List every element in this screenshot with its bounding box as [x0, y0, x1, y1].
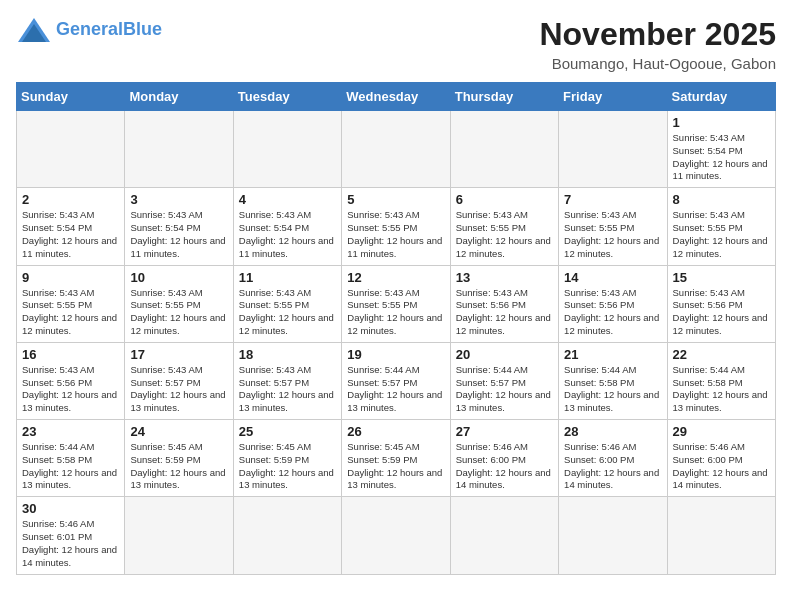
- day-cell: 16Sunrise: 5:43 AMSunset: 5:56 PMDayligh…: [17, 342, 125, 419]
- day-info: Sunrise: 5:43 AMSunset: 5:55 PMDaylight:…: [347, 209, 444, 260]
- day-cell: [559, 497, 667, 574]
- day-info: Sunrise: 5:46 AMSunset: 6:00 PMDaylight:…: [564, 441, 661, 492]
- day-number: 10: [130, 270, 227, 285]
- day-cell: 5Sunrise: 5:43 AMSunset: 5:55 PMDaylight…: [342, 188, 450, 265]
- day-number: 5: [347, 192, 444, 207]
- day-info: Sunrise: 5:45 AMSunset: 5:59 PMDaylight:…: [347, 441, 444, 492]
- week-row-3: 9Sunrise: 5:43 AMSunset: 5:55 PMDaylight…: [17, 265, 776, 342]
- day-cell: 17Sunrise: 5:43 AMSunset: 5:57 PMDayligh…: [125, 342, 233, 419]
- day-cell: 15Sunrise: 5:43 AMSunset: 5:56 PMDayligh…: [667, 265, 775, 342]
- day-number: 29: [673, 424, 770, 439]
- day-cell: 18Sunrise: 5:43 AMSunset: 5:57 PMDayligh…: [233, 342, 341, 419]
- logo-text: GeneralBlue: [56, 20, 162, 40]
- day-info: Sunrise: 5:45 AMSunset: 5:59 PMDaylight:…: [239, 441, 336, 492]
- day-info: Sunrise: 5:43 AMSunset: 5:56 PMDaylight:…: [564, 287, 661, 338]
- day-cell: 2Sunrise: 5:43 AMSunset: 5:54 PMDaylight…: [17, 188, 125, 265]
- day-cell: [17, 111, 125, 188]
- weekday-header-sunday: Sunday: [17, 83, 125, 111]
- day-info: Sunrise: 5:43 AMSunset: 5:54 PMDaylight:…: [22, 209, 119, 260]
- day-number: 12: [347, 270, 444, 285]
- day-info: Sunrise: 5:44 AMSunset: 5:58 PMDaylight:…: [673, 364, 770, 415]
- logo-general: General: [56, 19, 123, 39]
- month-title: November 2025: [539, 16, 776, 53]
- week-row-2: 2Sunrise: 5:43 AMSunset: 5:54 PMDaylight…: [17, 188, 776, 265]
- day-info: Sunrise: 5:46 AMSunset: 6:00 PMDaylight:…: [456, 441, 553, 492]
- day-number: 16: [22, 347, 119, 362]
- day-number: 6: [456, 192, 553, 207]
- day-number: 26: [347, 424, 444, 439]
- day-number: 25: [239, 424, 336, 439]
- day-cell: 20Sunrise: 5:44 AMSunset: 5:57 PMDayligh…: [450, 342, 558, 419]
- week-row-1: 1Sunrise: 5:43 AMSunset: 5:54 PMDaylight…: [17, 111, 776, 188]
- day-cell: [233, 497, 341, 574]
- weekday-header-monday: Monday: [125, 83, 233, 111]
- day-info: Sunrise: 5:43 AMSunset: 5:55 PMDaylight:…: [347, 287, 444, 338]
- day-cell: 25Sunrise: 5:45 AMSunset: 5:59 PMDayligh…: [233, 420, 341, 497]
- day-info: Sunrise: 5:44 AMSunset: 5:58 PMDaylight:…: [564, 364, 661, 415]
- day-number: 24: [130, 424, 227, 439]
- day-cell: 29Sunrise: 5:46 AMSunset: 6:00 PMDayligh…: [667, 420, 775, 497]
- day-number: 20: [456, 347, 553, 362]
- day-cell: [342, 111, 450, 188]
- day-cell: [450, 111, 558, 188]
- weekday-header-saturday: Saturday: [667, 83, 775, 111]
- day-cell: 22Sunrise: 5:44 AMSunset: 5:58 PMDayligh…: [667, 342, 775, 419]
- day-number: 23: [22, 424, 119, 439]
- day-cell: 23Sunrise: 5:44 AMSunset: 5:58 PMDayligh…: [17, 420, 125, 497]
- day-number: 27: [456, 424, 553, 439]
- day-number: 14: [564, 270, 661, 285]
- title-block: November 2025 Boumango, Haut-Ogooue, Gab…: [539, 16, 776, 72]
- week-row-5: 23Sunrise: 5:44 AMSunset: 5:58 PMDayligh…: [17, 420, 776, 497]
- day-number: 21: [564, 347, 661, 362]
- day-number: 8: [673, 192, 770, 207]
- day-info: Sunrise: 5:43 AMSunset: 5:55 PMDaylight:…: [22, 287, 119, 338]
- day-info: Sunrise: 5:43 AMSunset: 5:54 PMDaylight:…: [673, 132, 770, 183]
- day-number: 18: [239, 347, 336, 362]
- day-cell: 28Sunrise: 5:46 AMSunset: 6:00 PMDayligh…: [559, 420, 667, 497]
- day-cell: 30Sunrise: 5:46 AMSunset: 6:01 PMDayligh…: [17, 497, 125, 574]
- day-cell: [125, 111, 233, 188]
- weekday-header-thursday: Thursday: [450, 83, 558, 111]
- day-cell: 14Sunrise: 5:43 AMSunset: 5:56 PMDayligh…: [559, 265, 667, 342]
- day-number: 17: [130, 347, 227, 362]
- day-cell: 27Sunrise: 5:46 AMSunset: 6:00 PMDayligh…: [450, 420, 558, 497]
- day-number: 11: [239, 270, 336, 285]
- day-info: Sunrise: 5:44 AMSunset: 5:57 PMDaylight:…: [347, 364, 444, 415]
- day-info: Sunrise: 5:43 AMSunset: 5:55 PMDaylight:…: [456, 209, 553, 260]
- day-info: Sunrise: 5:43 AMSunset: 5:55 PMDaylight:…: [673, 209, 770, 260]
- day-info: Sunrise: 5:44 AMSunset: 5:57 PMDaylight:…: [456, 364, 553, 415]
- day-cell: 8Sunrise: 5:43 AMSunset: 5:55 PMDaylight…: [667, 188, 775, 265]
- day-number: 1: [673, 115, 770, 130]
- day-info: Sunrise: 5:43 AMSunset: 5:56 PMDaylight:…: [22, 364, 119, 415]
- day-number: 13: [456, 270, 553, 285]
- day-info: Sunrise: 5:46 AMSunset: 6:01 PMDaylight:…: [22, 518, 119, 569]
- day-info: Sunrise: 5:43 AMSunset: 5:55 PMDaylight:…: [130, 287, 227, 338]
- logo: GeneralBlue: [16, 16, 162, 44]
- weekday-header-row: SundayMondayTuesdayWednesdayThursdayFrid…: [17, 83, 776, 111]
- day-info: Sunrise: 5:43 AMSunset: 5:57 PMDaylight:…: [239, 364, 336, 415]
- day-cell: [667, 497, 775, 574]
- day-cell: 3Sunrise: 5:43 AMSunset: 5:54 PMDaylight…: [125, 188, 233, 265]
- day-cell: 24Sunrise: 5:45 AMSunset: 5:59 PMDayligh…: [125, 420, 233, 497]
- location-title: Boumango, Haut-Ogooue, Gabon: [539, 55, 776, 72]
- logo-blue: Blue: [123, 19, 162, 39]
- day-cell: 9Sunrise: 5:43 AMSunset: 5:55 PMDaylight…: [17, 265, 125, 342]
- day-number: 30: [22, 501, 119, 516]
- day-number: 9: [22, 270, 119, 285]
- day-number: 28: [564, 424, 661, 439]
- week-row-6: 30Sunrise: 5:46 AMSunset: 6:01 PMDayligh…: [17, 497, 776, 574]
- week-row-4: 16Sunrise: 5:43 AMSunset: 5:56 PMDayligh…: [17, 342, 776, 419]
- day-cell: 13Sunrise: 5:43 AMSunset: 5:56 PMDayligh…: [450, 265, 558, 342]
- day-number: 2: [22, 192, 119, 207]
- day-number: 3: [130, 192, 227, 207]
- day-info: Sunrise: 5:43 AMSunset: 5:57 PMDaylight:…: [130, 364, 227, 415]
- page-header: GeneralBlue November 2025 Boumango, Haut…: [16, 16, 776, 72]
- day-number: 22: [673, 347, 770, 362]
- day-number: 7: [564, 192, 661, 207]
- weekday-header-tuesday: Tuesday: [233, 83, 341, 111]
- day-cell: 12Sunrise: 5:43 AMSunset: 5:55 PMDayligh…: [342, 265, 450, 342]
- day-info: Sunrise: 5:45 AMSunset: 5:59 PMDaylight:…: [130, 441, 227, 492]
- day-info: Sunrise: 5:43 AMSunset: 5:56 PMDaylight:…: [456, 287, 553, 338]
- weekday-header-wednesday: Wednesday: [342, 83, 450, 111]
- day-cell: 4Sunrise: 5:43 AMSunset: 5:54 PMDaylight…: [233, 188, 341, 265]
